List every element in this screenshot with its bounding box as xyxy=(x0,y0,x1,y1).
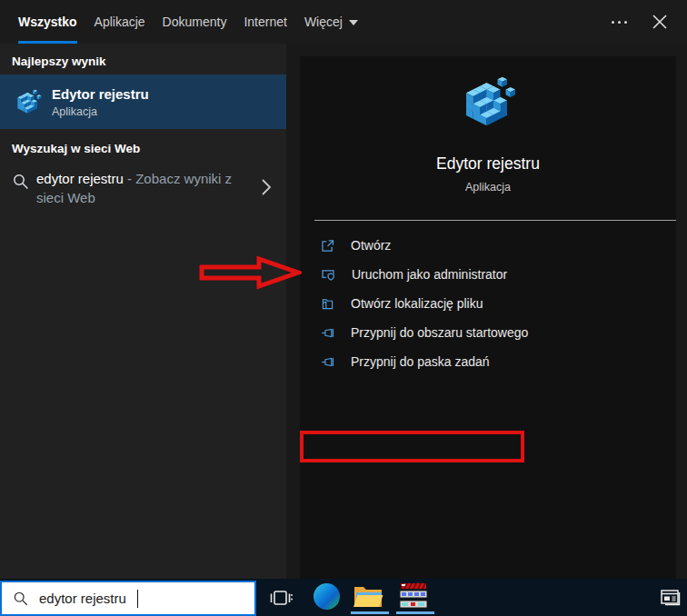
search-icon xyxy=(13,591,29,607)
search-input-value: edytor rejestru xyxy=(39,591,126,606)
topbar-actions xyxy=(612,0,687,44)
action-open-file-location[interactable]: Otwórz lokalizację pliku xyxy=(300,289,676,318)
task-view-icon[interactable] xyxy=(269,587,293,610)
tab-web[interactable]: Internet xyxy=(244,0,286,44)
app-title: Edytor rejestru xyxy=(300,154,676,174)
chevron-right-icon[interactable] xyxy=(261,178,272,196)
best-match-result[interactable]: Edytor rejestru Aplikacja xyxy=(0,75,286,129)
context-action-list: Otwórz Uruchom jako administrator Otwórz… xyxy=(300,231,676,376)
chevron-down-icon xyxy=(349,20,358,25)
taskbar-search-input[interactable]: edytor rejestru xyxy=(0,581,256,616)
tab-list: Wszystko Aplikacje Dokumenty Internet Wi… xyxy=(0,0,358,44)
action-open[interactable]: Otwórz xyxy=(300,231,676,260)
ellipsis-icon[interactable] xyxy=(612,0,627,44)
search-icon xyxy=(12,173,30,191)
registry-icon xyxy=(458,75,518,129)
registry-classic-icon[interactable] xyxy=(398,582,429,610)
app-subtitle: Aplikacja xyxy=(300,181,676,194)
web-result-text: edytor rejestru - Zobacz wyniki z sieci … xyxy=(36,169,258,207)
search-filter-tabbar: Wszystko Aplikacje Dokumenty Internet Wi… xyxy=(0,0,687,44)
web-search-header: Wyszukaj w sieci Web xyxy=(12,142,140,155)
file-explorer-active-indicator xyxy=(351,611,389,614)
registry-icon xyxy=(14,88,43,115)
tab-documents[interactable]: Dokumenty xyxy=(163,0,227,44)
text-cursor xyxy=(137,590,139,608)
edge-browser-icon[interactable] xyxy=(314,583,340,610)
action-run-as-administrator[interactable]: Uruchom jako administrator xyxy=(300,260,676,289)
web-result-query: edytor rejestru xyxy=(36,171,124,186)
file-location-icon xyxy=(320,296,335,312)
divider xyxy=(314,220,676,221)
close-icon[interactable] xyxy=(652,14,668,30)
run-as-admin-shield-icon xyxy=(320,267,336,283)
tab-more[interactable]: Więcej xyxy=(304,0,358,44)
web-search-result[interactable]: edytor rejestru - Zobacz wyniki z sieci … xyxy=(0,164,286,216)
tab-apps[interactable]: Aplikacje xyxy=(95,0,145,44)
tab-all[interactable]: Wszystko xyxy=(18,0,77,44)
pin-icon xyxy=(320,354,335,370)
tray-window-icon[interactable] xyxy=(660,588,682,606)
file-explorer-icon[interactable] xyxy=(353,585,383,609)
open-external-icon xyxy=(320,238,335,253)
best-match-title: Edytor rejestru xyxy=(52,86,149,102)
preview-card: Edytor rejestru Aplikacja Otwórz Uruchom… xyxy=(300,56,676,579)
annotation-highlight-box xyxy=(300,431,524,462)
best-match-subtitle: Aplikacja xyxy=(52,105,97,118)
search-results-panel: Najlepszy wynik Edytor rejestru Aplikacj… xyxy=(0,44,286,579)
registry-classic-active-indicator xyxy=(396,611,434,614)
pin-icon xyxy=(320,325,335,341)
action-pin-to-start[interactable]: Przypnij do obszaru startowego xyxy=(300,318,676,347)
best-match-header: Najlepszy wynik xyxy=(12,55,106,68)
action-pin-to-taskbar[interactable]: Przypnij do paska zadań xyxy=(300,347,676,376)
windows-search-flyout: Wszystko Aplikacje Dokumenty Internet Wi… xyxy=(0,0,687,616)
